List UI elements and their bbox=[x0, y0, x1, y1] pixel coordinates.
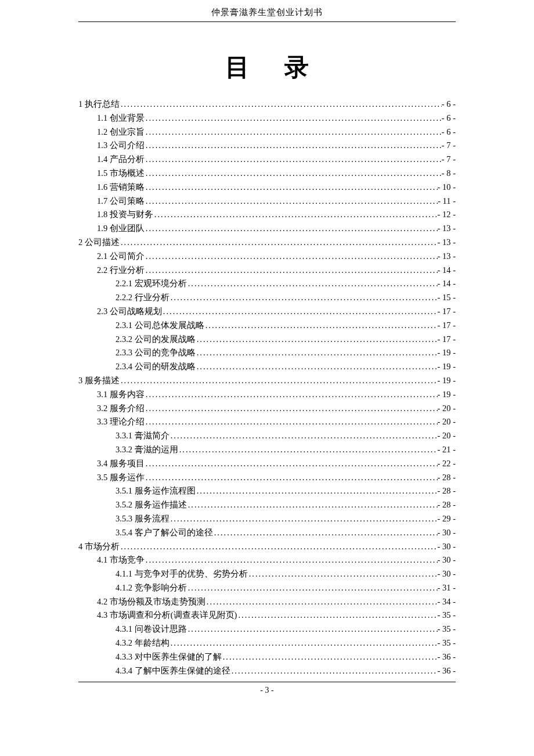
toc-entry: 1.2 创业宗旨- 6 - bbox=[78, 128, 456, 136]
toc-entry-label: 4.3.3 对中医养生保健的了解 bbox=[116, 653, 222, 661]
toc-entry-page: - 13 - bbox=[438, 224, 456, 233]
toc-entry-label: 2 公司描述 bbox=[78, 238, 120, 247]
toc-leader-dots bbox=[145, 459, 438, 468]
toc-leader-dots bbox=[178, 445, 438, 454]
toc-entry-page: - 10 - bbox=[438, 183, 456, 192]
toc-entry: 4.1.1 与竞争对手的优势、劣势分析- 30 - bbox=[78, 570, 456, 578]
toc-entry: 2.2.2 行业分析- 15 - bbox=[78, 293, 456, 302]
toc-entry-label: 2.2.2 行业分析 bbox=[116, 293, 169, 302]
toc-entry-label: 4.3.2 年龄结构 bbox=[116, 639, 169, 647]
toc-leader-dots bbox=[187, 584, 438, 592]
toc-entry: 1.5 市场概述- 8 - bbox=[78, 169, 456, 178]
toc-entry: 4.3.1 问卷设计思路- 35 - bbox=[78, 625, 456, 633]
toc-entry: 4.3.4 了解中医养生保健的途径- 36 - bbox=[78, 667, 456, 675]
toc-leader-dots bbox=[145, 141, 442, 150]
toc-entry: 1.7 公司策略- 11 - bbox=[78, 197, 456, 206]
toc-entry-label: 4.3 市场调查和分析(调查表详见附页) bbox=[97, 611, 237, 620]
toc-entry: 1.6 营销策略- 10 - bbox=[78, 183, 456, 192]
toc-entry: 3.3 理论介绍- 20 - bbox=[78, 417, 456, 426]
toc-leader-dots bbox=[205, 597, 438, 606]
toc-entry-label: 3.2 服务介绍 bbox=[97, 404, 145, 413]
toc-entry-page: - 17 - bbox=[438, 307, 456, 316]
toc-leader-dots bbox=[187, 625, 438, 633]
toc-entry-label: 1.8 投资与财务 bbox=[97, 210, 153, 219]
toc-entry-label: 2.2.1 宏观环境分析 bbox=[116, 279, 187, 288]
toc-entry-label: 3.5.4 客户了解公司的途径 bbox=[116, 528, 213, 537]
toc-entry-label: 3.5 服务运作 bbox=[97, 473, 145, 482]
toc-entry: 2.1 公司简介- 13 - bbox=[78, 252, 456, 261]
toc-leader-dots bbox=[120, 376, 438, 385]
toc-leader-dots bbox=[204, 321, 438, 330]
toc-entry-page: - 20 - bbox=[438, 417, 456, 426]
toc-entry: 3.5.1 服务运作流程图- 28 - bbox=[78, 487, 456, 495]
toc-entry: 3 服务描述- 19 - bbox=[78, 376, 456, 385]
toc-entry-page: - 28 - bbox=[438, 487, 456, 495]
toc-entry-page: - 30 - bbox=[438, 570, 456, 578]
toc-entry: 1 执行总结- 6 - bbox=[78, 100, 456, 109]
toc-entry-page: - 14 - bbox=[438, 266, 456, 275]
toc-leader-dots bbox=[153, 210, 438, 219]
toc-leader-dots bbox=[145, 155, 442, 164]
toc-entry-label: 1.7 公司策略 bbox=[97, 197, 145, 206]
toc-entry-label: 4.2 市场份额及市场走势预测 bbox=[97, 597, 205, 606]
toc-entry-page: - 20 - bbox=[438, 431, 456, 440]
toc-entry-label: 1.1 创业背景 bbox=[97, 114, 145, 123]
toc-entry: 3.3.1 膏滋简介- 20 - bbox=[78, 431, 456, 440]
toc-entry-page: - 22 - bbox=[438, 459, 456, 468]
toc-leader-dots bbox=[120, 238, 438, 247]
toc-entry-label: 1.5 市场概述 bbox=[97, 169, 145, 178]
toc-entry-page: - 30 - bbox=[438, 528, 456, 537]
toc-entry-label: 1.9 创业团队 bbox=[97, 224, 145, 233]
toc-entry: 3.4 服务项目- 22 - bbox=[78, 459, 456, 468]
toc-leader-dots bbox=[196, 348, 438, 357]
toc-entry: 1.9 创业团队- 13 - bbox=[78, 224, 456, 233]
toc-entry-page: - 13 - bbox=[438, 252, 456, 261]
toc-leader-dots bbox=[145, 128, 442, 136]
toc-entry-label: 4.3.4 了解中医养生保健的途径 bbox=[116, 667, 230, 675]
toc-leader-dots bbox=[145, 556, 438, 564]
toc-entry: 2 公司描述- 13 - bbox=[78, 238, 456, 247]
toc-entry-label: 2.3.2 公司的发展战略 bbox=[116, 335, 196, 344]
toc-entry-page: - 20 - bbox=[438, 404, 456, 413]
toc-entry-label: 1.4 产品分析 bbox=[97, 155, 145, 164]
document-page: 仲景膏滋养生堂创业计划书 目录 1 执行总结- 6 -1.1 创业背景- 6 -… bbox=[0, 0, 534, 718]
toc-entry: 4.1 市场竞争- 30 - bbox=[78, 556, 456, 564]
toc-leader-dots bbox=[145, 197, 438, 206]
toc-entry-page: - 35 - bbox=[438, 639, 456, 647]
toc-entry: 4.3.3 对中医养生保健的了解- 36 - bbox=[78, 653, 456, 661]
toc-entry: 2.2.1 宏观环境分析- 14 - bbox=[78, 279, 456, 288]
toc-entry-label: 4.1 市场竞争 bbox=[97, 556, 145, 564]
toc-entry: 1.4 产品分析- 7 - bbox=[78, 155, 456, 164]
toc-entry-page: - 14 - bbox=[438, 279, 456, 288]
toc-entry: 4.3.2 年龄结构- 35 - bbox=[78, 639, 456, 647]
toc-leader-dots bbox=[187, 279, 438, 288]
toc-entry: 2.3.4 公司的研发战略- 19 - bbox=[78, 362, 456, 371]
toc-entry-page: - 6 - bbox=[442, 114, 456, 123]
toc-entry: 4.1.2 竞争影响分析- 31 - bbox=[78, 584, 456, 592]
toc-leader-dots bbox=[222, 653, 438, 661]
toc-entry-label: 1.6 营销策略 bbox=[97, 183, 145, 192]
toc-entry-label: 4 市场分析 bbox=[78, 542, 120, 551]
toc-entry: 3.5.4 客户了解公司的途径- 30 - bbox=[78, 528, 456, 537]
table-of-contents: 1 执行总结- 6 -1.1 创业背景- 6 -1.2 创业宗旨- 6 -1.3… bbox=[78, 100, 456, 675]
toc-entry-page: - 21 - bbox=[438, 445, 456, 454]
toc-leader-dots bbox=[162, 307, 438, 316]
toc-entry-label: 3 服务描述 bbox=[78, 376, 120, 385]
toc-entry: 3.2 服务介绍- 20 - bbox=[78, 404, 456, 413]
toc-leader-dots bbox=[187, 501, 438, 509]
toc-entry-page: - 28 - bbox=[438, 501, 456, 509]
toc-entry: 3.5 服务运作- 28 - bbox=[78, 473, 456, 482]
toc-leader-dots bbox=[169, 514, 438, 523]
toc-entry-page: - 30 - bbox=[438, 542, 456, 551]
toc-entry-page: - 19 - bbox=[438, 390, 456, 399]
toc-leader-dots bbox=[145, 252, 438, 261]
toc-entry-page: - 28 - bbox=[438, 473, 456, 482]
toc-entry-page: - 7 - bbox=[442, 155, 456, 164]
toc-leader-dots bbox=[145, 183, 438, 192]
toc-entry-page: - 8 - bbox=[442, 169, 456, 178]
toc-entry-label: 2.2 行业分析 bbox=[97, 266, 145, 275]
toc-leader-dots bbox=[145, 266, 438, 275]
toc-entry-label: 3.4 服务项目 bbox=[97, 459, 145, 468]
toc-entry-page: - 12 - bbox=[438, 210, 456, 219]
toc-leader-dots bbox=[145, 114, 442, 123]
